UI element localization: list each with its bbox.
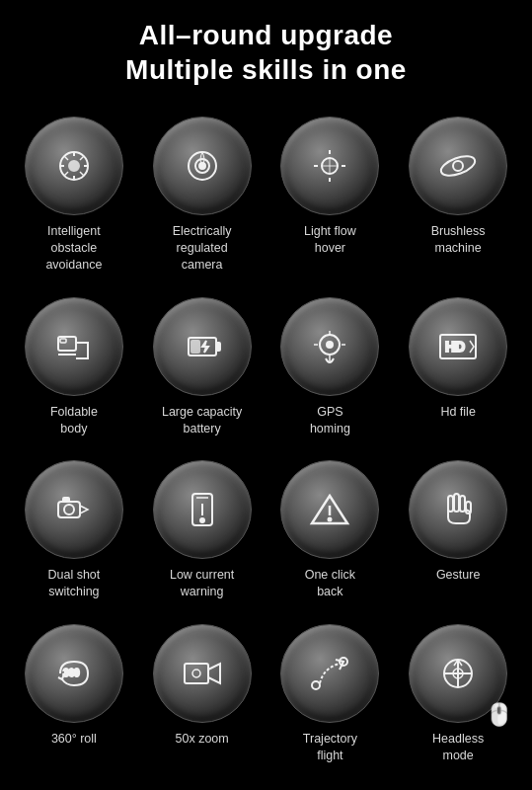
feature-low-current: Low current warning bbox=[138, 450, 266, 614]
feature-icon-50x-zoom bbox=[153, 624, 252, 723]
feature-one-click-back: One click back bbox=[266, 450, 395, 614]
svg-point-37 bbox=[312, 681, 320, 689]
feature-label-trajectory-flight: Trajectory flight bbox=[303, 731, 357, 764]
feature-label-headless-mode: Headless mode bbox=[432, 731, 484, 764]
feature-large-battery: Large capacity battery bbox=[138, 287, 266, 451]
svg-text:360: 360 bbox=[63, 668, 80, 678]
feature-foldable-body: Foldable body bbox=[10, 287, 138, 451]
feature-label-dual-shot: Dual shot switching bbox=[47, 567, 100, 600]
svg-point-5 bbox=[69, 161, 79, 171]
feature-icon-brushless-machine bbox=[409, 117, 507, 215]
svg-point-19 bbox=[327, 342, 333, 348]
svg-point-36 bbox=[192, 670, 200, 677]
svg-text:HD: HD bbox=[445, 339, 465, 355]
feature-icon-foldable-body bbox=[25, 297, 123, 396]
feature-hd-file: HDHd file bbox=[394, 287, 522, 451]
feature-light-flow-hover: Light flow hover bbox=[266, 107, 395, 287]
feature-electrically-camera: Electrically regulated camera bbox=[138, 107, 266, 287]
feature-label-electrically-camera: Electrically regulated camera bbox=[173, 223, 232, 274]
header-line2: Multiple skills in one bbox=[20, 52, 512, 87]
feature-trajectory-flight: Trajectory flight bbox=[266, 614, 395, 778]
feature-label-foldable-body: Foldable body bbox=[50, 404, 98, 437]
svg-point-23 bbox=[64, 505, 74, 514]
svg-point-10 bbox=[438, 152, 477, 179]
feature-icon-headless-mode: 🖱️ bbox=[409, 624, 507, 723]
svg-rect-13 bbox=[60, 339, 66, 343]
svg-rect-16 bbox=[216, 343, 220, 351]
feature-dual-shot: Dual shot switching bbox=[10, 450, 138, 614]
feature-brushless-machine: Brushless machine bbox=[394, 107, 522, 287]
feature-headless-mode: 🖱️Headless mode bbox=[394, 614, 522, 778]
header-line1: All–round upgrade bbox=[20, 18, 512, 52]
feature-icon-trajectory-flight bbox=[280, 624, 379, 723]
svg-point-11 bbox=[453, 161, 463, 171]
feature-label-brushless-machine: Brushless machine bbox=[431, 223, 486, 257]
feature-icon-intelligent-obstacle bbox=[25, 117, 123, 215]
feature-label-hd-file: Hd file bbox=[440, 404, 475, 421]
feature-label-50x-zoom: 50x zoom bbox=[176, 731, 229, 748]
svg-rect-17 bbox=[191, 341, 199, 353]
feature-label-low-current: Low current warning bbox=[170, 567, 234, 600]
feature-gps-homing: GPS homing bbox=[266, 287, 395, 451]
feature-label-gesture: Gesture bbox=[436, 567, 480, 584]
feature-label-intelligent-obstacle: Intelligent obstacle avoidance bbox=[45, 223, 102, 274]
feature-50x-zoom: 50x zoom bbox=[138, 614, 266, 778]
feature-label-one-click-back: One click back bbox=[305, 567, 355, 600]
feature-icon-hd-file: HD bbox=[409, 297, 507, 396]
feature-icon-one-click-back bbox=[280, 460, 379, 559]
feature-360-roll: 360360° roll bbox=[10, 614, 138, 778]
feature-label-large-battery: Large capacity battery bbox=[162, 404, 242, 437]
feature-icon-large-battery bbox=[153, 297, 252, 396]
feature-gesture: Gesture bbox=[394, 450, 522, 614]
feature-label-gps-homing: GPS homing bbox=[310, 404, 350, 437]
feature-icon-light-flow-hover bbox=[280, 117, 379, 215]
svg-rect-30 bbox=[448, 496, 453, 512]
feature-icon-electrically-camera bbox=[153, 117, 252, 215]
svg-point-27 bbox=[200, 518, 204, 522]
header: All–round upgrade Multiple skills in one bbox=[0, 0, 532, 97]
cursor-overlay: 🖱️ bbox=[486, 702, 512, 728]
svg-rect-32 bbox=[460, 496, 465, 512]
svg-point-29 bbox=[329, 518, 332, 521]
feature-intelligent-obstacle: Intelligent obstacle avoidance bbox=[10, 107, 138, 287]
svg-rect-24 bbox=[63, 498, 69, 502]
svg-rect-35 bbox=[185, 664, 208, 683]
feature-icon-dual-shot bbox=[25, 460, 123, 559]
features-grid: Intelligent obstacle avoidanceElectrical… bbox=[0, 97, 532, 778]
svg-rect-31 bbox=[454, 494, 459, 512]
feature-label-360-roll: 360° roll bbox=[51, 731, 97, 748]
feature-icon-gps-homing bbox=[280, 297, 379, 396]
feature-label-light-flow-hover: Light flow hover bbox=[304, 223, 356, 257]
feature-icon-low-current bbox=[153, 460, 252, 559]
feature-icon-gesture bbox=[409, 460, 507, 559]
feature-icon-360-roll: 360 bbox=[25, 624, 123, 723]
